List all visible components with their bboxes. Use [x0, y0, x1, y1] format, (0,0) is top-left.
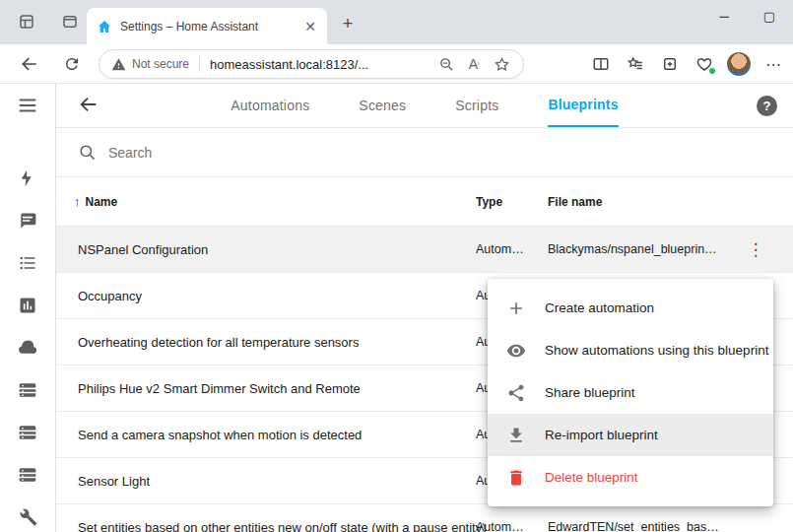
column-header-file[interactable]: File name	[548, 177, 602, 226]
menu-item-create-automation[interactable]: Create automation	[488, 287, 773, 329]
favorite-star-icon[interactable]	[490, 52, 513, 76]
row-type: Autom…	[476, 504, 524, 532]
search-icon	[78, 143, 97, 162]
menu-item-share-blueprint[interactable]: Share blueprint	[488, 371, 773, 414]
browser-toolbar: Not secure homeassistant.local:8123/... …	[0, 44, 793, 84]
server-icon-1[interactable]	[16, 378, 39, 402]
url-text[interactable]: homeassistant.local:8123/...	[210, 57, 430, 72]
search-field[interactable]: Search	[56, 128, 793, 177]
row-file: EdwardTEN/set_entities_bas…	[548, 504, 719, 532]
table-header: ↑ Name Type File name	[56, 177, 793, 227]
close-tab-icon[interactable]: ✕	[301, 18, 319, 35]
zoom-out-icon[interactable]	[434, 52, 458, 76]
table-row[interactable]: NSPanel Configuration Autom… Blackymas/n…	[56, 227, 793, 273]
cloud-icon[interactable]	[16, 336, 39, 360]
ha-header: Automations Scenes Scripts Blueprints ?	[56, 84, 793, 128]
row-file: Blackymas/nspanel_blueprin…	[548, 227, 717, 272]
row-name: Send a camera snapshot when motion is de…	[78, 412, 362, 457]
ha-tab-bar: Automations Scenes Scripts Blueprints	[56, 84, 793, 127]
address-bar[interactable]: Not secure homeassistant.local:8123/... …	[99, 49, 524, 79]
eye-icon	[505, 340, 527, 362]
assist-icon[interactable]	[16, 209, 39, 233]
column-header-name[interactable]: ↑ Name	[74, 177, 117, 226]
tab-blueprints[interactable]: Blueprints	[548, 84, 618, 127]
tab-title: Settings – Home Assistant	[120, 20, 301, 33]
split-screen-icon[interactable]	[589, 52, 613, 76]
workspaces-icon[interactable]	[16, 11, 37, 33]
row-name: Occupancy	[78, 273, 142, 318]
menu-item-delete-blueprint[interactable]: Delete blueprint	[488, 456, 773, 499]
row-name: Sensor Light	[78, 458, 150, 503]
address-divider	[199, 56, 200, 72]
favorites-icon[interactable]	[624, 52, 647, 76]
read-aloud-icon[interactable]: Aᵎ	[462, 52, 486, 76]
table-row[interactable]: Set entities based on other entities new…	[56, 504, 793, 532]
row-name: Set entities based on other entities new…	[78, 504, 487, 532]
profile-avatar[interactable]	[727, 52, 751, 76]
menu-item-reimport-blueprint[interactable]: Re-import blueprint	[488, 414, 773, 456]
server-icon-2[interactable]	[16, 421, 39, 444]
energy-icon[interactable]	[16, 166, 39, 190]
sort-ascending-icon: ↑	[74, 194, 81, 209]
collections-icon[interactable]	[658, 52, 682, 76]
minimize-button[interactable]: ─	[701, 0, 747, 32]
essentials-status-dot	[708, 67, 716, 75]
settings-more-icon[interactable]: ⋯	[761, 52, 785, 76]
history-chart-icon[interactable]	[16, 294, 39, 317]
refresh-icon[interactable]	[60, 52, 84, 76]
tab-automations[interactable]: Automations	[231, 84, 309, 127]
row-type: Autom…	[476, 227, 524, 272]
sidebar-menu-icon[interactable]	[16, 94, 39, 117]
tools-wrench-icon[interactable]	[16, 505, 39, 529]
ha-back-icon[interactable]	[78, 94, 101, 117]
browser-tab[interactable]: Settings – Home Assistant ✕	[87, 8, 327, 44]
row-name: NSPanel Configuration	[78, 227, 208, 272]
browser-essentials-icon[interactable]	[693, 52, 716, 76]
tab-actions-icon[interactable]	[59, 11, 81, 33]
column-header-type[interactable]: Type	[476, 177, 502, 226]
trash-icon	[505, 467, 527, 489]
row-name: Philips Hue v2 Smart Dimmer Switch and R…	[78, 366, 361, 411]
server-icon-3[interactable]	[16, 463, 39, 487]
not-secure-warning-icon	[111, 57, 126, 72]
row-menu-icon[interactable]: ⋮	[744, 227, 767, 272]
help-icon[interactable]: ?	[757, 96, 777, 116]
logbook-icon[interactable]	[16, 251, 39, 275]
blueprint-context-menu: Create automation Show automations using…	[488, 279, 773, 506]
new-tab-button[interactable]: +	[337, 13, 359, 34]
search-placeholder: Search	[108, 145, 152, 161]
not-secure-label[interactable]: Not secure	[132, 57, 189, 71]
tab-scripts[interactable]: Scripts	[455, 84, 498, 127]
maximize-button[interactable]: ▢	[747, 0, 792, 32]
share-icon	[505, 382, 527, 404]
avatar	[727, 52, 751, 76]
download-icon	[505, 425, 527, 446]
home-assistant-favicon	[97, 19, 112, 34]
tab-scenes[interactable]: Scenes	[359, 84, 406, 127]
plus-icon	[505, 298, 527, 319]
ha-sidebar	[0, 84, 56, 532]
row-name: Overheating detection for all temperatur…	[78, 319, 359, 365]
back-icon[interactable]	[18, 52, 41, 76]
browser-titlebar: Settings – Home Assistant ✕ + ─ ▢	[0, 0, 793, 44]
menu-item-show-automations[interactable]: Show automations using this blueprint	[488, 329, 773, 371]
